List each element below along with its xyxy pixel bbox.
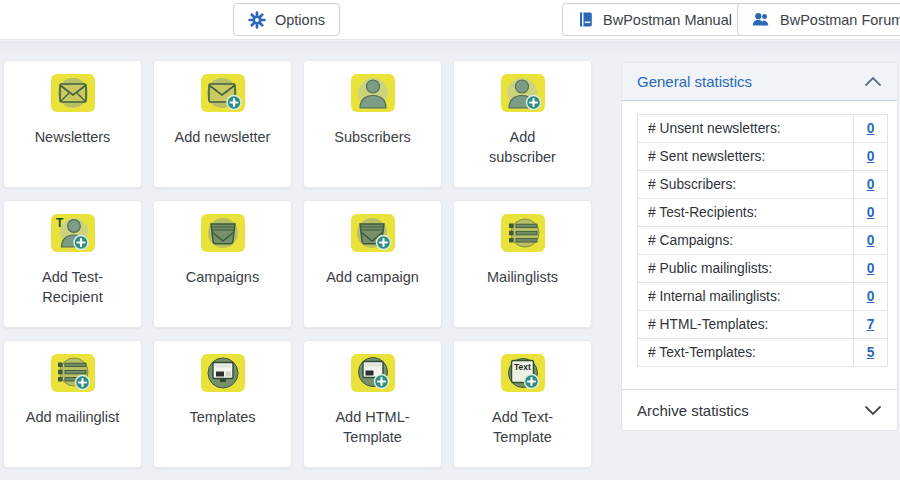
stat-label: # Text-Templates: xyxy=(638,339,854,367)
chevron-up-icon xyxy=(864,76,882,87)
tile-add-subscriber[interactable]: Add subscriber xyxy=(453,60,592,188)
subscribers-person-icon xyxy=(350,73,396,113)
forum-button-label: BwPostman Forum xyxy=(780,12,900,28)
stat-value-link[interactable]: 0 xyxy=(867,177,875,192)
general-statistics-table: # Unsent newsletters: 0 # Sent newslette… xyxy=(637,114,888,367)
tile-label: Add campaign xyxy=(304,267,441,287)
add-newsletter-envelope-icon xyxy=(200,73,246,113)
tile-add-text-template[interactable]: Text Add Text- Template xyxy=(453,340,592,468)
tile-label: Add Text- Template xyxy=(454,407,591,447)
toolbar: Options BwPostman Manual BwPostman Forum xyxy=(0,0,900,40)
stat-value-link[interactable]: 0 xyxy=(867,261,875,276)
stat-row: # Test-Recipients: 0 xyxy=(638,199,888,227)
templates-monitor-icon xyxy=(200,353,246,393)
tile-label: Subscribers xyxy=(304,127,441,147)
stat-label: # Subscribers: xyxy=(638,171,854,199)
tile-newsletters[interactable]: Newsletters xyxy=(3,60,142,188)
add-campaign-bag-icon xyxy=(350,213,396,253)
stat-value-link[interactable]: 5 xyxy=(867,345,875,360)
plus-badge-icon xyxy=(75,376,89,390)
tile-label: Mailinglists xyxy=(454,267,591,287)
add-text-template-icon: Text xyxy=(500,353,546,393)
newsletters-envelope-icon xyxy=(50,73,96,113)
stat-row: # Subscribers: 0 xyxy=(638,171,888,199)
stat-value-link[interactable]: 0 xyxy=(867,121,875,136)
tile-mailinglists[interactable]: Mailinglists xyxy=(453,200,592,328)
stat-value-link[interactable]: 0 xyxy=(867,233,875,248)
svg-text:T: T xyxy=(56,216,64,230)
stat-value-link[interactable]: 0 xyxy=(867,149,875,164)
stat-label: # HTML-Templates: xyxy=(638,311,854,339)
add-html-template-icon xyxy=(350,353,396,393)
chevron-down-icon xyxy=(864,405,882,416)
tile-templates[interactable]: Templates xyxy=(153,340,292,468)
stat-row: # Internal mailinglists: 0 xyxy=(638,283,888,311)
tile-add-mailinglist[interactable]: Add mailinglist xyxy=(3,340,142,468)
svg-text:Text: Text xyxy=(514,362,531,372)
tile-add-campaign[interactable]: Add campaign xyxy=(303,200,442,328)
stat-label: # Test-Recipients: xyxy=(638,199,854,227)
stat-row: # HTML-Templates: 7 xyxy=(638,311,888,339)
gear-icon xyxy=(248,11,266,29)
stat-label: # Campaigns: xyxy=(638,227,854,255)
statistics-panel: General statistics # Unsent newsletters:… xyxy=(621,62,898,431)
plus-badge-icon xyxy=(524,375,538,389)
tile-label: Add newsletter xyxy=(154,127,291,147)
manual-button[interactable]: BwPostman Manual xyxy=(562,3,747,36)
options-button[interactable]: Options xyxy=(233,3,340,36)
forum-button[interactable]: BwPostman Forum xyxy=(737,3,900,36)
options-button-label: Options xyxy=(275,12,325,28)
plus-badge-icon xyxy=(227,96,241,110)
tile-label: Newsletters xyxy=(4,127,141,147)
tile-label: Campaigns xyxy=(154,267,291,287)
stat-value-link[interactable]: 0 xyxy=(867,205,875,220)
mailinglists-list-icon xyxy=(500,213,546,253)
stat-row: # Public mailinglists: 0 xyxy=(638,255,888,283)
main-content: Newsletters Add newsletter xyxy=(0,41,900,480)
general-statistics-body: # Unsent newsletters: 0 # Sent newslette… xyxy=(622,101,897,367)
users-icon xyxy=(752,11,771,28)
stat-label: # Public mailinglists: xyxy=(638,255,854,283)
book-icon xyxy=(577,11,594,28)
stat-label: # Unsent newsletters: xyxy=(638,115,854,143)
tile-label: Add HTML- Template xyxy=(304,407,441,447)
add-subscriber-person-icon xyxy=(500,73,546,113)
manual-button-label: BwPostman Manual xyxy=(603,12,732,28)
stat-row: # Unsent newsletters: 0 xyxy=(638,115,888,143)
tile-add-test-recipient[interactable]: T Add Test- Recipient xyxy=(3,200,142,328)
add-mailinglist-list-icon xyxy=(50,353,96,393)
stat-label: # Internal mailinglists: xyxy=(638,283,854,311)
add-test-recipient-icon: T xyxy=(50,213,96,253)
plus-badge-icon xyxy=(526,96,540,110)
tile-campaigns[interactable]: Campaigns xyxy=(153,200,292,328)
stat-value-link[interactable]: 7 xyxy=(867,317,875,332)
tile-add-html-template[interactable]: Add HTML- Template xyxy=(303,340,442,468)
tile-add-newsletter[interactable]: Add newsletter xyxy=(153,60,292,188)
plus-badge-icon xyxy=(376,236,390,250)
stat-value-link[interactable]: 0 xyxy=(867,289,875,304)
campaigns-bag-icon xyxy=(200,213,246,253)
tile-label: Add Test- Recipient xyxy=(4,267,141,307)
stat-label: # Sent newsletters: xyxy=(638,143,854,171)
stat-row: # Sent newsletters: 0 xyxy=(638,143,888,171)
quickicon-grid: Newsletters Add newsletter xyxy=(3,60,592,468)
tile-label: Templates xyxy=(154,407,291,427)
plus-badge-icon xyxy=(74,236,88,250)
stat-row: # Text-Templates: 5 xyxy=(638,339,888,367)
tile-label: Add subscriber xyxy=(454,127,591,167)
tile-subscribers[interactable]: Subscribers xyxy=(303,60,442,188)
plus-badge-icon xyxy=(374,375,388,389)
archive-statistics-title: Archive statistics xyxy=(637,402,749,419)
tile-label: Add mailinglist xyxy=(4,407,141,427)
stat-row: # Campaigns: 0 xyxy=(638,227,888,255)
archive-statistics-toggle[interactable]: Archive statistics xyxy=(622,389,897,430)
general-statistics-title: General statistics xyxy=(637,73,752,90)
general-statistics-toggle[interactable]: General statistics xyxy=(622,63,897,101)
